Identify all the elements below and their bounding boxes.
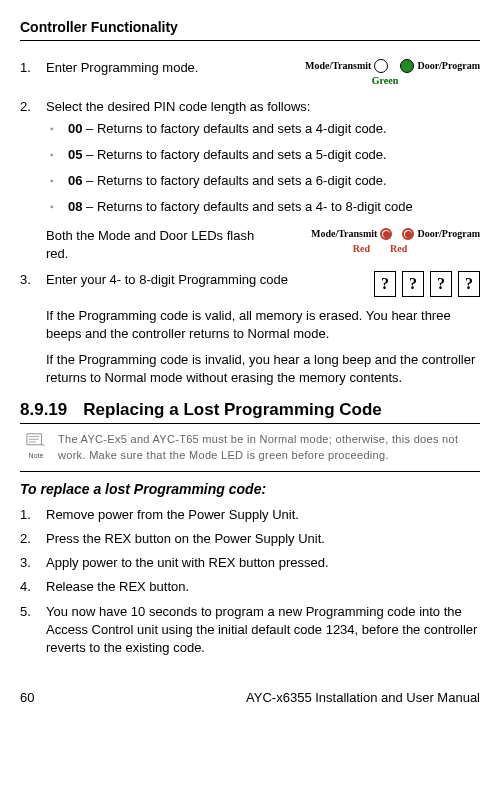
valid-text: If the Programming code is valid, all me… <box>20 307 480 343</box>
main-steps-list: Mode/Transmit Door/Program Green Enter P… <box>20 59 480 217</box>
door-led-red-ring-icon <box>402 228 414 240</box>
note-box: Note The AYC-Ex5 and AYC-T65 must be in … <box>20 428 480 467</box>
section-divider <box>20 423 480 424</box>
page-header: Controller Functionality <box>20 18 480 38</box>
note-icon: Note <box>22 432 50 460</box>
code-box-4: ? <box>458 271 480 297</box>
footer-doc-title: AYC-x6355 Installation and User Manual <box>246 689 480 707</box>
sub-heading: To replace a lost Programming code: <box>20 480 480 500</box>
code-06: 06 <box>68 173 82 188</box>
code-05: 05 <box>68 147 82 162</box>
red-label-2: Red <box>390 242 407 256</box>
mode-led-red-ring-icon <box>380 228 392 240</box>
mode-led-empty-icon <box>374 59 388 73</box>
desc-06: – Returns to factory defaults and sets a… <box>82 173 386 188</box>
door-program-label-2: Door/Program <box>417 227 480 241</box>
main-steps-list-cont: ? ? ? ? Enter your 4- to 8-digit Program… <box>20 271 480 297</box>
mode-transmit-label-2: Mode/Transmit <box>311 227 377 241</box>
code-entry-boxes: ? ? ? ? <box>374 271 480 297</box>
desc-05: – Returns to factory defaults and sets a… <box>82 147 386 162</box>
note-icon-label: Note <box>29 451 44 461</box>
code-08: 08 <box>68 199 82 214</box>
header-divider <box>20 40 480 41</box>
replace-step-5: You now have 10 seconds to program a new… <box>20 603 480 658</box>
both-leds-block: Mode/Transmit Door/Program Red Red Both … <box>20 227 480 263</box>
replace-step-1: Remove power from the Power Supply Unit. <box>20 506 480 524</box>
section-heading: 8.9.19Replacing a Lost Programming Code <box>20 398 480 422</box>
step-3: ? ? ? ? Enter your 4- to 8-digit Program… <box>20 271 480 297</box>
section-title: Replacing a Lost Programming Code <box>83 400 382 419</box>
led-diagram-1: Mode/Transmit Door/Program Green <box>290 59 480 88</box>
replace-steps-list: Remove power from the Power Supply Unit.… <box>20 506 480 657</box>
step-1: Mode/Transmit Door/Program Green Enter P… <box>20 59 480 88</box>
code-box-2: ? <box>402 271 424 297</box>
door-program-label: Door/Program <box>417 59 480 73</box>
step-2-intro: Select the desired PIN code length as fo… <box>46 99 310 114</box>
led-row-2: Mode/Transmit Door/Program <box>280 227 480 241</box>
note-divider <box>20 471 480 472</box>
mode-transmit-label: Mode/Transmit <box>305 59 371 73</box>
page-number: 60 <box>20 689 34 707</box>
step-1-text: Enter Programming mode. <box>46 60 198 75</box>
led-row: Mode/Transmit Door/Program <box>290 59 480 73</box>
pin-option-08: 08 – Returns to factory defaults and set… <box>46 198 480 216</box>
pin-option-06: 06 – Returns to factory defaults and set… <box>46 172 480 190</box>
pin-options-list: 00 – Returns to factory defaults and set… <box>46 120 480 217</box>
door-led-green-icon <box>400 59 414 73</box>
red-labels-row: Red Red <box>280 242 480 256</box>
code-00: 00 <box>68 121 82 136</box>
green-color-label: Green <box>290 74 480 88</box>
step-2: Select the desired PIN code length as fo… <box>20 98 480 217</box>
red-label-1: Red <box>353 242 370 256</box>
invalid-text: If the Programming code is invalid, you … <box>20 351 480 387</box>
pin-option-00: 00 – Returns to factory defaults and set… <box>46 120 480 138</box>
replace-step-4: Release the REX button. <box>20 578 480 596</box>
both-leds-text: Both the Mode and Door LEDs flash red. <box>46 228 254 261</box>
step-3-text: Enter your 4- to 8-digit Programming cod… <box>46 272 288 287</box>
section-number: 8.9.19 <box>20 400 67 419</box>
desc-08: – Returns to factory defaults and sets a… <box>82 199 412 214</box>
replace-step-2: Press the REX button on the Power Supply… <box>20 530 480 548</box>
pin-option-05: 05 – Returns to factory defaults and set… <box>46 146 480 164</box>
code-box-1: ? <box>374 271 396 297</box>
page-footer: 60 AYC-x6355 Installation and User Manua… <box>20 689 480 707</box>
note-text: The AYC-Ex5 and AYC-T65 must be in Norma… <box>58 432 478 463</box>
code-box-3: ? <box>430 271 452 297</box>
desc-00: – Returns to factory defaults and sets a… <box>82 121 386 136</box>
replace-step-3: Apply power to the unit with REX button … <box>20 554 480 572</box>
led-diagram-2: Mode/Transmit Door/Program Red Red <box>280 227 480 256</box>
